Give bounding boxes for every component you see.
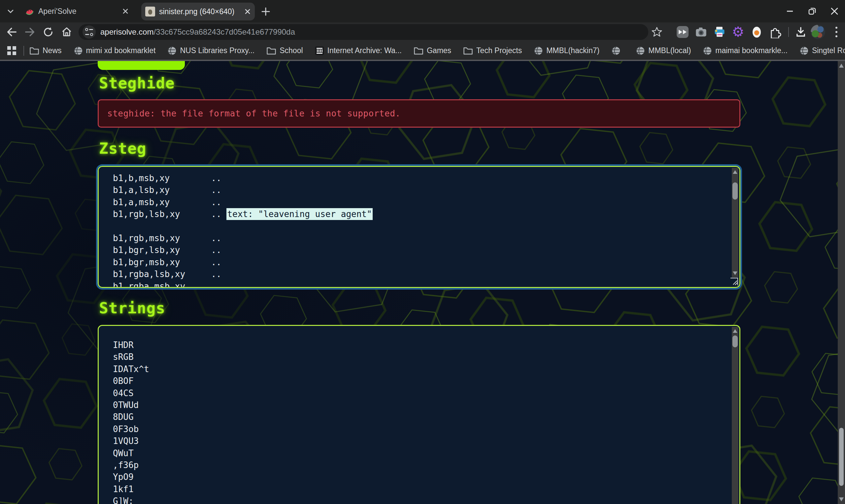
zsteg-output-textarea[interactable]: b1,b,msb,xy .. b1,a,lsb,xy .. b1,a,msb,x…	[98, 166, 740, 288]
bookmark-item-internet-archive[interactable]: Internet Archive: Wa...	[315, 46, 402, 55]
zsteg-row-found: b1,rgb,lsb,xy .. text: "leavening user a…	[113, 208, 716, 220]
folder-icon	[29, 47, 39, 55]
extension-fastforward-icon[interactable]	[675, 25, 690, 39]
tab-title: sinister.png (640×640)	[159, 7, 240, 16]
folder-icon	[266, 47, 276, 55]
globe-icon	[168, 46, 177, 55]
url-domain: aperisolve.com	[100, 28, 154, 36]
bookmark-item-mmbl-hackin7[interactable]: MMBL(hackin7)	[534, 46, 599, 55]
strings-line: 04CS	[113, 387, 716, 399]
window-minimize-button[interactable]	[786, 7, 794, 16]
strings-line: ,f36p	[113, 459, 716, 471]
zsteg-row: b1,a,msb,xy ..	[113, 196, 716, 208]
forward-button[interactable]	[23, 25, 36, 39]
zsteg-scrollbar[interactable]	[732, 168, 738, 277]
strings-line: 8DUG	[113, 411, 716, 423]
bookmark-item-unnamed[interactable]	[611, 46, 624, 55]
tab-search-chevron-icon[interactable]	[6, 7, 15, 15]
extension-printer-icon[interactable]	[712, 25, 727, 39]
zsteg-row: b1,a,lsb,xy ..	[113, 184, 716, 196]
watermelon-favicon-icon	[24, 6, 34, 16]
strings-line: sRGB	[113, 351, 716, 363]
zsteg-found-prefix: b1,rgb,lsb,xy ..	[113, 209, 226, 219]
bookmark-item-mimi-xd-bookmarklet[interactable]: mimi xd bookmarklet	[74, 46, 156, 55]
bookmark-item-nus-libraries-proxy[interactable]: NUS Libraries Proxy...	[168, 46, 254, 55]
strings-scrollbar[interactable]	[732, 327, 738, 504]
page-scrollbar[interactable]	[838, 61, 845, 504]
scroll-down-arrow-icon[interactable]	[839, 498, 844, 501]
steghide-heading: Steghide	[99, 74, 175, 92]
bookmark-item-news[interactable]: News	[29, 46, 62, 55]
zsteg-row: b1,b,msb,xy ..	[113, 172, 716, 184]
scrollbar-thumb[interactable]	[733, 182, 738, 200]
globe-icon	[611, 46, 620, 55]
extension-camera-icon[interactable]	[694, 25, 708, 39]
globe-icon	[534, 46, 543, 55]
tab-close-icon[interactable]	[122, 8, 129, 15]
globe-icon	[799, 46, 809, 55]
apps-grid-icon[interactable]	[7, 46, 16, 55]
steghide-error-box: steghide: the file format of the file is…	[98, 99, 740, 128]
strings-output-textarea[interactable]: IHDR sRGB IDATx^t 0BOF 04CS 0TWUd 8DUG 0…	[98, 325, 740, 504]
strings-heading: Strings	[99, 299, 165, 317]
strings-line: 1kf1	[113, 483, 716, 495]
tab-aperisolve[interactable]: Aperi'Solve	[20, 0, 133, 22]
reload-button[interactable]	[41, 25, 55, 39]
zsteg-row: b1,rgba,lsb,xy ..	[113, 268, 716, 280]
strings-line: IHDR	[113, 339, 716, 351]
tab-title: Aperi'Solve	[38, 7, 118, 16]
tab-strip: Aperi'Solve sinister.png (640×640)	[0, 0, 845, 22]
scrollbar-thumb[interactable]	[733, 336, 738, 347]
scroll-up-arrow-icon[interactable]	[839, 64, 844, 68]
bookmarks-bar: News mimi xd bookmarklet NUS Libraries P…	[0, 41, 845, 60]
zsteg-row: b1,rgba,msb,xy ..	[113, 281, 716, 288]
archive-building-icon	[315, 46, 324, 55]
zsteg-output-text: b1,b,msb,xy .. b1,a,lsb,xy .. b1,a,msb,x…	[113, 172, 716, 288]
zsteg-heading: Zsteg	[99, 140, 146, 158]
strings-line: 0TWUd	[113, 399, 716, 411]
page-viewport: Steghide steghide: the file format of th…	[0, 61, 845, 504]
steghide-error-text: steghide: the file format of the file is…	[107, 109, 400, 119]
extensions-puzzle-icon[interactable]	[768, 25, 782, 39]
scroll-up-arrow-icon[interactable]	[733, 170, 737, 174]
tab-close-icon[interactable]	[244, 8, 251, 15]
bookmark-item-mmbl-local[interactable]: MMBL(local)	[636, 46, 691, 55]
address-bar[interactable]: aperisolve.com/33c675cc9a68243c7d05e41e6…	[78, 24, 648, 40]
zsteg-row: b1,bgr,lsb,xy ..	[113, 244, 716, 256]
window-maximize-button[interactable]	[807, 6, 816, 16]
strings-line: 1VQU3	[113, 435, 716, 447]
bookmark-item-games[interactable]: Games	[413, 46, 451, 55]
bookmark-item-maimai-bookmarklet[interactable]: maimai bookmarkle...	[703, 46, 788, 55]
url-text: aperisolve.com/33c675cc9a68243c7d05e41e6…	[100, 28, 295, 37]
browser-menu-icon[interactable]	[829, 25, 844, 39]
strings-line: 0F3ob	[113, 423, 716, 435]
strings-line: YpO9	[113, 471, 716, 483]
folder-icon	[413, 47, 423, 55]
bookmark-item-school[interactable]: School	[266, 46, 303, 55]
url-path: /33c675cc9a68243c7d05e41e677990da	[154, 28, 295, 36]
globe-icon	[703, 46, 712, 55]
tab-sinister-png-active[interactable]: sinister.png (640×640)	[141, 3, 255, 20]
site-info-icon[interactable]	[83, 25, 96, 39]
zsteg-row-blank	[113, 220, 716, 232]
extension-gear-icon[interactable]: ⚙	[731, 25, 745, 39]
active-view-tab-remnant	[98, 61, 185, 70]
textarea-resize-grip[interactable]	[730, 277, 738, 286]
scroll-up-arrow-icon[interactable]	[733, 329, 737, 333]
bookmark-item-singtel-router[interactable]: Singtel Router	[799, 46, 845, 55]
back-button[interactable]	[5, 25, 18, 39]
scroll-down-arrow-icon[interactable]	[733, 271, 737, 275]
downloads-button[interactable]	[793, 25, 808, 39]
results-container: Steghide steghide: the file format of th…	[98, 61, 740, 504]
strings-output-text: IHDR sRGB IDATx^t 0BOF 04CS 0TWUd 8DUG 0…	[113, 339, 716, 504]
home-button[interactable]	[60, 25, 73, 39]
browser-toolbar: aperisolve.com/33c675cc9a68243c7d05e41e6…	[0, 22, 845, 41]
profile-avatar[interactable]	[811, 25, 825, 39]
bookmark-star-icon[interactable]	[650, 25, 664, 39]
page-scrollbar-thumb[interactable]	[839, 428, 844, 486]
extension-egg-icon[interactable]	[749, 25, 764, 39]
window-close-button[interactable]	[830, 6, 839, 16]
bookmark-item-tech-projects[interactable]: Tech Projects	[463, 46, 522, 55]
new-tab-button[interactable]	[260, 6, 271, 17]
zsteg-row: b1,bgr,msb,xy ..	[113, 256, 716, 268]
